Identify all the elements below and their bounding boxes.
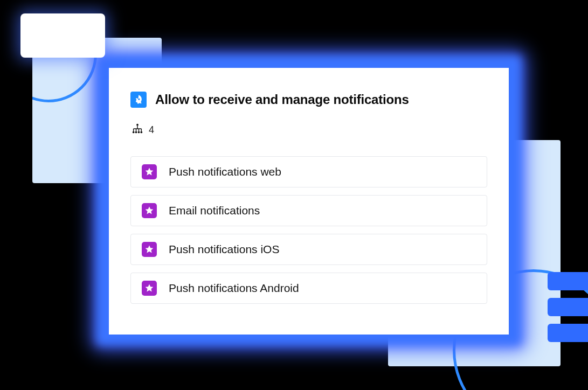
svg-point-7	[133, 131, 135, 134]
list-item[interactable]: Push notifications iOS	[130, 234, 487, 265]
list-item[interactable]: Push notifications Android	[130, 273, 487, 304]
list-item-label: Push notifications iOS	[169, 243, 279, 256]
rocket-icon	[130, 92, 147, 108]
svg-point-0	[136, 124, 139, 126]
list-item-label: Push notifications web	[169, 165, 281, 178]
star-icon	[142, 242, 157, 257]
list-item[interactable]: Push notifications web	[130, 156, 487, 187]
svg-point-8	[135, 131, 137, 134]
child-count: 4	[132, 123, 487, 137]
svg-point-10	[141, 131, 143, 134]
hierarchy-icon	[132, 123, 143, 137]
star-icon	[142, 203, 157, 218]
star-icon	[142, 281, 157, 296]
decorative-bars	[548, 272, 588, 342]
child-list: Push notifications web Email notificatio…	[130, 156, 487, 304]
list-item-label: Push notifications Android	[169, 282, 299, 295]
list-item-label: Email notifications	[169, 204, 260, 217]
child-count-value: 4	[149, 124, 154, 136]
epic-header: Allow to receive and manage notification…	[130, 92, 487, 108]
decorative-small-card	[20, 13, 105, 58]
svg-point-9	[138, 131, 140, 134]
epic-title: Allow to receive and manage notification…	[155, 92, 409, 107]
star-icon	[142, 164, 157, 179]
epic-card: Allow to receive and manage notification…	[109, 68, 509, 335]
list-item[interactable]: Email notifications	[130, 195, 487, 226]
